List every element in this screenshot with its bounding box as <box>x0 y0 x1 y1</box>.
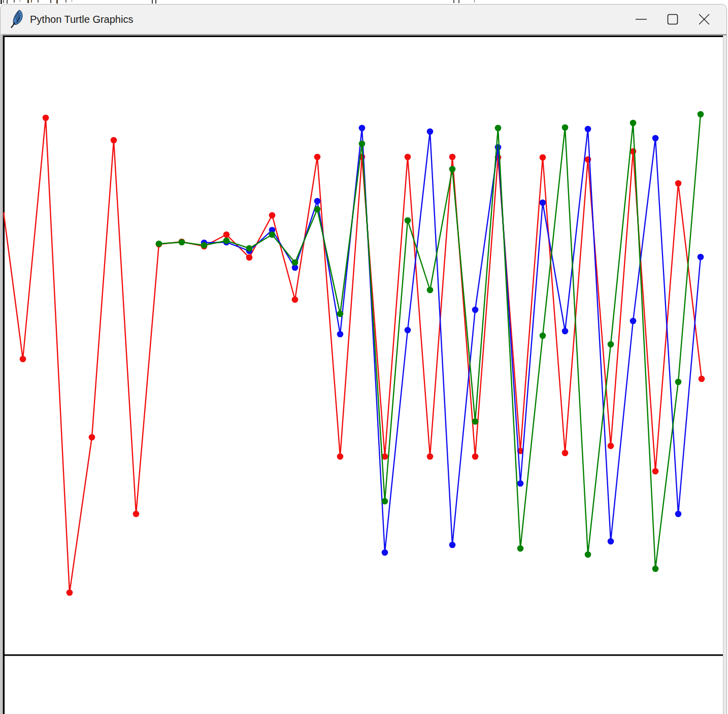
background-window-fragment <box>474 0 475 3</box>
background-window-fragment <box>65 0 67 3</box>
canvas-right-gutter <box>723 36 726 714</box>
minimize-button[interactable] <box>625 5 657 34</box>
background-window-fragment <box>20 0 20 2</box>
background-window-fragment <box>152 0 153 4</box>
python-feather-icon <box>9 9 24 28</box>
background-window-fragment <box>27 0 29 3</box>
maximize-button[interactable] <box>657 5 688 34</box>
background-window-fragment <box>155 0 156 4</box>
background-window-fragment <box>14 0 15 3</box>
background-window-sliver <box>0 0 728 4</box>
background-window-fragment <box>7 0 8 4</box>
background-window-fragment <box>72 0 72 2</box>
background-window-fragment <box>453 0 454 3</box>
caption-buttons <box>625 5 720 34</box>
close-button[interactable] <box>688 5 720 34</box>
window-title: Python Turtle Graphics <box>30 5 133 34</box>
minimize-icon <box>635 13 647 25</box>
titlebar[interactable]: Python Turtle Graphics <box>1 5 726 34</box>
screen: Python Turtle Graphics <box>0 0 728 714</box>
background-window-fragment <box>458 0 459 3</box>
background-window-fragment <box>31 0 32 3</box>
close-icon <box>698 13 710 25</box>
canvas-border-left <box>3 36 5 714</box>
background-window-fragment <box>38 0 39 3</box>
background-window-fragment <box>56 0 58 4</box>
canvas-border-top <box>3 36 723 37</box>
background-window-fragment <box>50 0 51 3</box>
turtle-canvas[interactable] <box>1 34 726 714</box>
maximize-icon <box>667 13 679 25</box>
background-window-fragment <box>1 0 2 4</box>
turtle-graphics-window: Python Turtle Graphics <box>0 4 727 714</box>
background-window-fragment <box>3 0 4 3</box>
